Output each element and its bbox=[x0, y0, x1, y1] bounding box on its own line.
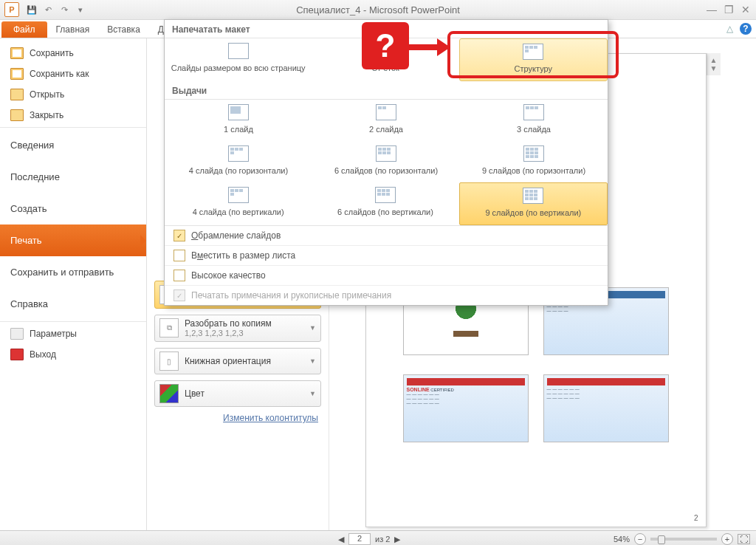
slide-thumb: — — — — — —— — — — — —— — — — — — bbox=[543, 374, 669, 442]
sidebar-save[interactable]: Сохранить bbox=[0, 43, 146, 64]
zoom-out-button[interactable]: − bbox=[634, 533, 646, 545]
tab-insert[interactable]: Вставка bbox=[98, 21, 149, 38]
handout-9h[interactable]: 9 слайдов (по горизонтали) bbox=[460, 141, 608, 182]
folder-open-icon bbox=[10, 89, 24, 100]
sidebar-info[interactable]: Сведения bbox=[0, 129, 146, 161]
options-icon bbox=[10, 328, 24, 340]
zoom-in-button[interactable]: + bbox=[721, 533, 733, 545]
color-icon bbox=[159, 384, 179, 403]
zoom-controls: 54% − + ⛶ bbox=[614, 533, 750, 545]
handout-1[interactable]: 1 слайд bbox=[165, 100, 312, 141]
handout-4h[interactable]: 4 слайда (по горизонтали) bbox=[165, 141, 312, 182]
window-buttons: — ❐ ✕ bbox=[707, 4, 750, 16]
layout-outline[interactable]: Структуру bbox=[459, 38, 608, 81]
prev-page-button[interactable]: ◀ bbox=[338, 535, 344, 544]
zoom-value: 54% bbox=[614, 535, 630, 544]
chevron-down-icon: ▼ bbox=[309, 357, 316, 365]
layout-full-page[interactable]: Слайды размером во всю страницу bbox=[165, 38, 312, 81]
page-number: 2 bbox=[694, 514, 698, 522]
handout-6h[interactable]: 6 слайдов (по горизонтали) bbox=[312, 141, 460, 182]
minimize-button[interactable]: — bbox=[707, 4, 717, 16]
scroll-down-icon[interactable]: ▼ bbox=[710, 64, 718, 72]
collate-icon: ⧉ bbox=[159, 318, 179, 337]
page-of-label: из 2 bbox=[375, 535, 390, 544]
collate-dropdown[interactable]: ⧉ Разобрать по копиям1,2,3 1,2,3 1,2,3 ▼ bbox=[154, 315, 321, 343]
chevron-down-icon: ▼ bbox=[309, 324, 316, 332]
restore-button[interactable]: ❐ bbox=[724, 4, 734, 16]
sidebar-send[interactable]: Сохранить и отправить bbox=[0, 256, 146, 288]
annotation-arrow bbox=[409, 40, 453, 55]
slide-thumb: SONLINE CERTIFIED— — — — — —— — — — — ——… bbox=[403, 374, 529, 442]
redo-icon[interactable]: ↷ bbox=[58, 3, 71, 16]
window-title: Специалист_4 - Microsoft PowerPoint bbox=[0, 4, 756, 16]
orientation-dropdown[interactable]: ▯ Книжная ориентация ▼ bbox=[154, 348, 321, 374]
check-scale-to-fit[interactable]: Вместить в размер листа bbox=[165, 245, 608, 265]
help-icon[interactable]: ? bbox=[740, 23, 752, 35]
sidebar-help[interactable]: Справка bbox=[0, 288, 146, 320]
handout-6v[interactable]: 6 слайдов (по вертикали) bbox=[312, 182, 458, 225]
sidebar-open[interactable]: Открыть bbox=[0, 84, 146, 105]
zoom-slider[interactable] bbox=[650, 538, 717, 541]
sidebar-exit[interactable]: Выход bbox=[0, 344, 146, 365]
saveas-icon bbox=[10, 68, 24, 80]
checkbox-icon bbox=[173, 250, 185, 261]
quick-access-toolbar: 💾 ↶ ↷ ▾ bbox=[25, 3, 87, 16]
status-bar: ◀ 2 из 2 ▶ 54% − + ⛶ bbox=[0, 530, 756, 545]
exit-icon bbox=[10, 349, 24, 360]
undo-icon[interactable]: ↶ bbox=[41, 3, 55, 16]
save-icon[interactable]: 💾 bbox=[25, 3, 38, 16]
app-icon: P bbox=[4, 2, 19, 17]
check-frame-slides[interactable]: ✓Обрамление слайдов bbox=[165, 225, 608, 245]
close-button[interactable]: ✕ bbox=[741, 4, 750, 16]
check-print-comments: ✓Печатать примечания и рукописные примеч… bbox=[165, 285, 608, 305]
annotation-question: ? bbox=[362, 22, 409, 69]
save-icon bbox=[10, 47, 24, 59]
gallery-header-handouts: Выдачи bbox=[165, 81, 608, 100]
page-nav: ◀ 2 из 2 ▶ bbox=[338, 533, 400, 545]
handout-2[interactable]: 2 слайда bbox=[312, 100, 460, 141]
edit-header-footer-link[interactable]: Изменить колонтитулы bbox=[147, 413, 318, 423]
checkbox-icon bbox=[173, 270, 185, 281]
folder-close-icon bbox=[10, 109, 24, 121]
qat-dropdown-icon[interactable]: ▾ bbox=[74, 3, 87, 16]
page-input[interactable]: 2 bbox=[348, 533, 371, 545]
checkbox-icon: ✓ bbox=[173, 289, 185, 301]
sidebar-recent[interactable]: Последние bbox=[0, 161, 146, 193]
title-bar: P 💾 ↶ ↷ ▾ Специалист_4 - Microsoft Power… bbox=[0, 0, 756, 20]
tab-file[interactable]: Файл bbox=[1, 21, 47, 38]
handout-3[interactable]: 3 слайда bbox=[460, 100, 608, 141]
chevron-down-icon: ▼ bbox=[309, 390, 316, 397]
backstage-sidebar: Сохранить Сохранить как Открыть Закрыть … bbox=[0, 38, 147, 530]
sidebar-new[interactable]: Создать bbox=[0, 193, 146, 224]
handout-4v[interactable]: 4 слайда (по вертикали) bbox=[165, 182, 312, 225]
sidebar-close[interactable]: Закрыть bbox=[0, 105, 146, 126]
check-high-quality[interactable]: Высокое качество bbox=[165, 265, 608, 285]
handout-9v[interactable]: 9 слайдов (по вертикали) bbox=[459, 182, 608, 225]
sidebar-print[interactable]: Печать bbox=[0, 224, 146, 256]
scroll-up-icon[interactable]: ▲ bbox=[710, 56, 718, 64]
preview-scrollbar[interactable]: ▲▼ bbox=[707, 53, 721, 75]
sidebar-options[interactable]: Параметры bbox=[0, 323, 146, 344]
next-page-button[interactable]: ▶ bbox=[394, 535, 400, 544]
checkbox-icon: ✓ bbox=[173, 230, 185, 241]
portrait-icon: ▯ bbox=[159, 352, 179, 371]
color-dropdown[interactable]: Цвет ▼ bbox=[154, 380, 321, 407]
fit-page-button[interactable]: ⛶ bbox=[738, 534, 750, 544]
minimize-ribbon-icon[interactable]: △ bbox=[724, 23, 735, 35]
tab-home[interactable]: Главная bbox=[47, 21, 99, 38]
sidebar-save-as[interactable]: Сохранить как bbox=[0, 64, 146, 84]
